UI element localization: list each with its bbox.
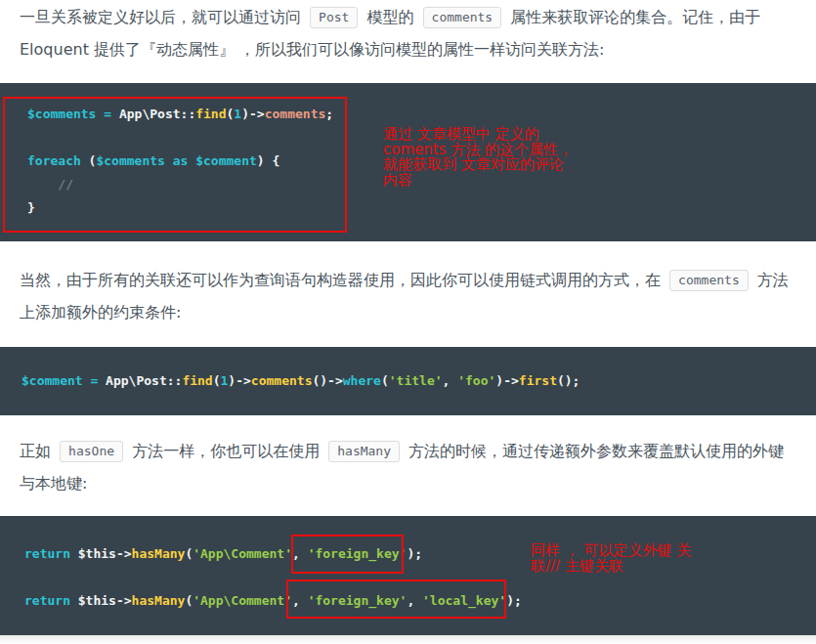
code-token: return (24, 546, 70, 561)
inline-code: Post (310, 7, 358, 28)
code-token: $comment (21, 373, 83, 388)
code-token: , (407, 593, 422, 608)
code-token: 'App\Comment' (193, 546, 292, 561)
code-token: ; (325, 107, 333, 121)
code-line: // (27, 173, 796, 196)
code-line: foreach ($comments as $comment) { (27, 150, 796, 173)
code-token: 'foo' (457, 373, 495, 388)
code-token (165, 153, 173, 168)
paragraph-text: 当然，由于所有的关联还可以作为查询语句构造器使用，因此你可以使用链式调用的方式，… (20, 271, 666, 289)
code-token (70, 593, 78, 608)
code-token: comments (265, 107, 326, 121)
code-token: // (27, 177, 73, 192)
code-token: ); (407, 546, 422, 561)
code-token: $comments (27, 107, 96, 121)
code-line (27, 126, 796, 150)
code-token: (); (557, 373, 580, 388)
code-token: hasMany (132, 546, 186, 561)
code-token: ) { (257, 153, 279, 168)
code-token: , (443, 373, 458, 388)
paragraph-query-builder: 当然，由于所有的关联还可以作为查询语句构造器使用，因此你可以使用链式调用的方式，… (0, 264, 816, 328)
code-line: return $this->hasMany('App\Comment', 'fo… (24, 542, 796, 566)
code-token: 1 (234, 107, 241, 121)
code-token: )-> (241, 107, 264, 121)
inline-code: comments (669, 270, 749, 291)
code-token: )-> (495, 373, 518, 388)
paragraph-relation-access: 一旦关系被定义好以后，就可以通过访问 Post 模型的 comments 属性来… (0, 1, 816, 65)
code-token: where (343, 373, 381, 388)
code-token: ); (506, 593, 522, 608)
inline-code: comments (423, 7, 502, 28)
code-token: comments (251, 373, 313, 388)
code-token: 'foreign_key' (308, 593, 408, 608)
code-line: $comment = App\Post::find(1)->comments()… (21, 369, 796, 393)
code-token: $comment (195, 153, 257, 168)
code-token (70, 546, 78, 561)
code-token: first (519, 373, 557, 388)
code-token: as (173, 153, 189, 168)
code-token: App\Post:: (106, 373, 182, 388)
code-token: $this (78, 546, 116, 561)
code-token: 'title' (389, 373, 443, 388)
code-token: 'local_key' (422, 593, 506, 608)
code-token: 'foreign_key' (308, 546, 408, 561)
code-token: 'App\Comment' (193, 593, 292, 608)
paragraph-hasmany-keys: 正如 hasOne 方法一样，你也可以在使用 hasMany 方法的时候，通过传… (0, 435, 816, 499)
code-token: ( (81, 153, 97, 168)
code-token: -> (116, 546, 132, 561)
code-token: $this (78, 593, 116, 608)
paragraph-text: 模型的 (362, 8, 418, 26)
code-token: ( (381, 373, 389, 388)
code-token: find (195, 107, 226, 121)
paragraph-text: 正如 (20, 442, 56, 460)
code-token: foreach (27, 153, 81, 168)
code-token: -> (116, 593, 132, 608)
code-token: ( (213, 373, 221, 388)
code-token: , (292, 546, 308, 561)
code-line (24, 566, 796, 589)
code-token: , (292, 593, 308, 608)
code-block-hasmany-overrides: return $this->hasMany('App\Comment', 'fo… (0, 516, 816, 635)
code-token: $comments (96, 153, 164, 168)
code-token: App\Post:: (119, 107, 195, 121)
inline-code: hasMany (328, 441, 400, 462)
code-token (111, 107, 119, 121)
page-bottom-divider (0, 635, 816, 644)
inline-code: hasOne (60, 441, 123, 462)
paragraph-text: 方法一样，你也可以在使用 (127, 442, 324, 460)
code-token (98, 373, 106, 388)
code-line: } (27, 196, 796, 220)
code-block-foreach-comments: $comments = App\Post::find(1)->comments;… (0, 83, 816, 241)
code-token: = (104, 107, 111, 121)
paragraph-text: 一旦关系被定义好以后，就可以通过访问 (20, 8, 306, 26)
code-token: find (182, 373, 212, 388)
doc-page: { "paragraphs": [ { "id": "p1", "segment… (0, 0, 816, 644)
code-block-chained-query: $comment = App\Post::find(1)->comments()… (0, 347, 816, 415)
code-line: return $this->hasMany('App\Comment', 'fo… (24, 589, 796, 613)
code-token: )-> (228, 373, 250, 388)
code-line: $comments = App\Post::find(1)->comments; (27, 103, 796, 126)
code-token: } (27, 200, 35, 215)
code-token: return (24, 593, 70, 608)
code-token: hasMany (132, 593, 186, 608)
code-token: ()-> (312, 373, 342, 388)
